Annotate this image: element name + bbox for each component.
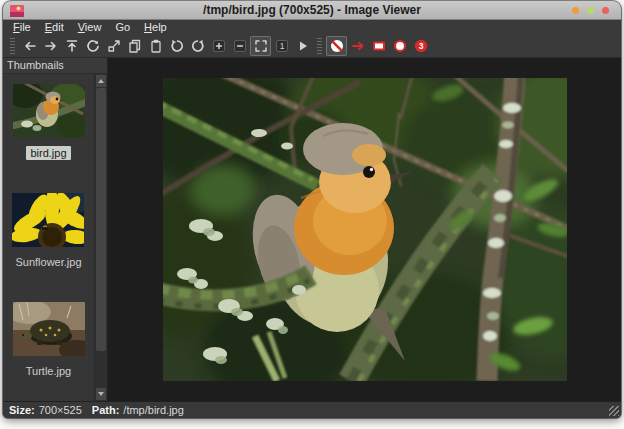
maximize-dot[interactable] bbox=[587, 7, 594, 14]
menu-go[interactable]: Go bbox=[108, 21, 137, 33]
zoom-out-button[interactable] bbox=[229, 36, 250, 56]
bird-thumbnail-image bbox=[13, 84, 85, 138]
thumbnail-label: bird.jpg bbox=[26, 146, 70, 160]
thumbnail-Turtle.jpg[interactable]: Turtle.jpg bbox=[13, 302, 85, 378]
annotate-arrow-button[interactable] bbox=[347, 36, 368, 56]
upload-icon bbox=[64, 38, 80, 54]
thumbnail-scrollbar[interactable] bbox=[94, 74, 107, 401]
thumbnail-bird.jpg[interactable]: bird.jpg bbox=[13, 84, 85, 160]
size-label: Size: bbox=[9, 404, 35, 416]
annotate-ellipse-button[interactable] bbox=[389, 36, 410, 56]
close-dot[interactable] bbox=[602, 7, 609, 14]
annotation-none-icon bbox=[329, 38, 345, 54]
menu-view[interactable]: View bbox=[71, 21, 109, 33]
arrow-down-icon bbox=[98, 392, 104, 396]
svg-text:3: 3 bbox=[418, 41, 423, 51]
annotate-none-button[interactable] bbox=[326, 36, 347, 56]
annotation-counter-icon: 3 bbox=[413, 38, 429, 54]
image-viewer-window: /tmp/bird.jpg (700x525) - Image Viewer F… bbox=[3, 1, 621, 418]
copy-icon bbox=[127, 38, 143, 54]
annotation-rectangle-icon bbox=[371, 38, 387, 54]
main-image bbox=[163, 78, 567, 381]
statusbar: Size: 700×525 Path: /tmp/bird.jpg bbox=[3, 401, 621, 418]
rotate-cw-button[interactable] bbox=[187, 36, 208, 56]
back-icon bbox=[22, 38, 38, 54]
toolbar-grip[interactable] bbox=[317, 38, 322, 54]
resize-icon bbox=[106, 38, 122, 54]
zoom-in-icon bbox=[211, 38, 227, 54]
scroll-up-button[interactable] bbox=[96, 75, 106, 87]
menu-edit[interactable]: Edit bbox=[38, 21, 71, 33]
rotate-cw-icon bbox=[190, 38, 206, 54]
back-button[interactable] bbox=[19, 36, 40, 56]
content-area: Thumbnails bird.jpgSunflower.jpgTurtle.j… bbox=[3, 58, 621, 401]
image-viewport[interactable] bbox=[108, 58, 621, 401]
path-value: /tmp/bird.jpg bbox=[123, 404, 184, 416]
forward-button[interactable] bbox=[40, 36, 61, 56]
scrollbar-track[interactable] bbox=[95, 88, 107, 387]
paste-button[interactable] bbox=[145, 36, 166, 56]
upload-button[interactable] bbox=[61, 36, 82, 56]
annotate-rectangle-button[interactable] bbox=[368, 36, 389, 56]
titlebar[interactable]: /tmp/bird.jpg (700x525) - Image Viewer bbox=[3, 1, 621, 20]
window-resize-grip[interactable] bbox=[609, 406, 619, 416]
thumbnail-label: Turtle.jpg bbox=[22, 364, 75, 378]
annotation-arrow-icon bbox=[350, 38, 366, 54]
zoom-out-icon bbox=[232, 38, 248, 54]
zoom-original-button[interactable]: 1 bbox=[271, 36, 292, 56]
thumbnail-label: Sunflower.jpg bbox=[11, 255, 85, 269]
rotate-ccw-button[interactable] bbox=[166, 36, 187, 56]
arrow-up-icon bbox=[98, 79, 104, 83]
toolbar: 13 bbox=[3, 34, 621, 58]
window-title: /tmp/bird.jpg (700x525) - Image Viewer bbox=[203, 3, 421, 17]
window-controls bbox=[572, 7, 609, 14]
thumbnail-Sunflower.jpg[interactable]: Sunflower.jpg bbox=[11, 193, 85, 269]
zoom-original-icon: 1 bbox=[274, 38, 290, 54]
annotate-counter-button[interactable]: 3 bbox=[410, 36, 431, 56]
toolbar-grip[interactable] bbox=[10, 38, 15, 54]
scrollbar-thumb[interactable] bbox=[96, 88, 106, 351]
menubar: FileEditViewGoHelp bbox=[3, 20, 621, 34]
annotation-ellipse-icon bbox=[392, 38, 408, 54]
refresh-button[interactable] bbox=[82, 36, 103, 56]
forward-icon bbox=[43, 38, 59, 54]
copy-button[interactable] bbox=[124, 36, 145, 56]
zoom-in-button[interactable] bbox=[208, 36, 229, 56]
slideshow-icon bbox=[295, 38, 311, 54]
thumbnail-panel-header: Thumbnails bbox=[3, 58, 107, 74]
svg-text:1: 1 bbox=[279, 41, 284, 51]
minimize-dot[interactable] bbox=[572, 7, 579, 14]
thumbnail-panel: Thumbnails bird.jpgSunflower.jpgTurtle.j… bbox=[3, 58, 108, 401]
path-label: Path: bbox=[92, 404, 120, 416]
sunflower-thumbnail-image bbox=[12, 193, 84, 247]
refresh-icon bbox=[85, 38, 101, 54]
menu-file[interactable]: File bbox=[6, 21, 38, 33]
size-value: 700×525 bbox=[39, 404, 82, 416]
resize-button[interactable] bbox=[103, 36, 124, 56]
thumbnail-list: bird.jpgSunflower.jpgTurtle.jpg bbox=[3, 74, 94, 401]
menu-help[interactable]: Help bbox=[137, 21, 174, 33]
slideshow-button[interactable] bbox=[292, 36, 313, 56]
scroll-down-button[interactable] bbox=[96, 388, 106, 400]
paste-icon bbox=[148, 38, 164, 54]
zoom-fit-icon bbox=[253, 38, 269, 54]
thumbnail-panel-body: bird.jpgSunflower.jpgTurtle.jpg bbox=[3, 74, 107, 401]
zoom-fit-button[interactable] bbox=[250, 36, 271, 56]
app-icon bbox=[10, 5, 24, 17]
turtle-thumbnail-image bbox=[13, 302, 85, 356]
rotate-ccw-icon bbox=[169, 38, 185, 54]
